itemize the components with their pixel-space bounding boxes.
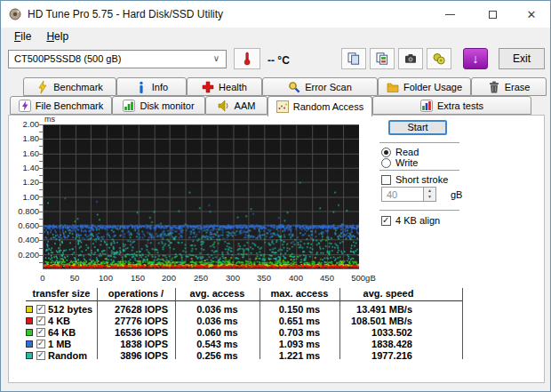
- cell-avg-speed: 1033.502: [339, 327, 412, 338]
- tab-aam[interactable]: AAM: [205, 96, 268, 115]
- minimize-icon: [445, 14, 455, 15]
- col-header-operations: operations /: [97, 288, 175, 299]
- tab-label: AAM: [235, 100, 256, 111]
- x-tick: 500gB: [343, 273, 384, 283]
- tab-extra-tests[interactable]: Extra tests: [372, 96, 531, 115]
- app-icon: [9, 8, 21, 20]
- minimize-button[interactable]: [435, 1, 465, 28]
- copy-icon: [347, 52, 360, 65]
- title-bar: HD Tune Pro 5.75 - Hard Disk/SSD Utility…: [1, 1, 550, 28]
- kb-align-checkbox[interactable]: 4 KB align: [381, 215, 440, 226]
- spinner-arrows[interactable]: ▲▼: [423, 188, 435, 201]
- row-label: 1 MB: [48, 339, 71, 349]
- short-stroke-checkbox[interactable]: Short stroke: [381, 174, 448, 185]
- cell-max-access: 1.093 ms: [260, 339, 339, 349]
- series-checkbox[interactable]: [36, 340, 45, 348]
- y-tick: 2.00: [9, 119, 39, 129]
- maximize-icon: [489, 11, 497, 19]
- copy-button[interactable]: [341, 48, 366, 69]
- y-tick: 0.200: [9, 250, 39, 260]
- start-button[interactable]: Start: [388, 120, 447, 135]
- short-stroke-unit: gB: [451, 189, 462, 200]
- tab-label: Info: [152, 82, 168, 92]
- tab-random-access[interactable]: Random Access: [268, 96, 372, 116]
- cell-max-access: 0.150 ms: [260, 304, 339, 315]
- close-button[interactable]: ✕: [516, 1, 547, 28]
- tab-folder-usage[interactable]: Folder Usage: [378, 77, 471, 96]
- series-checkbox[interactable]: [36, 305, 45, 314]
- x-tick: 350: [246, 273, 282, 283]
- window-title: HD Tune Pro 5.75 - Hard Disk/SSD Utility: [28, 8, 223, 20]
- tab-label: Disk monitor: [140, 100, 194, 111]
- app-window: HD Tune Pro 5.75 - Hard Disk/SSD Utility…: [0, 0, 551, 392]
- cell-operations: 1838 IOPS: [97, 339, 168, 349]
- tab-erase[interactable]: Erase: [471, 77, 547, 96]
- save-icon: [433, 52, 445, 65]
- tab-label: Random Access: [293, 101, 363, 112]
- y-axis-unit: ms: [44, 115, 55, 124]
- exit-button[interactable]: Exit: [499, 48, 545, 69]
- col-header-max-access: max. access: [260, 288, 339, 299]
- benchmark-icon: [36, 81, 49, 93]
- x-tick: 200: [151, 273, 187, 283]
- x-tick: 50: [57, 273, 92, 283]
- row-label: 512 bytes: [48, 304, 92, 315]
- cell-max-access: 1.221 ms: [260, 350, 339, 361]
- y-tick: 0.800: [9, 206, 39, 216]
- tab-label: Extra tests: [437, 100, 483, 111]
- chevron-down-icon: ∨: [213, 53, 220, 63]
- save-button[interactable]: [427, 48, 451, 69]
- menu-file[interactable]: File: [8, 28, 37, 45]
- tab-file-benchmark[interactable]: File Benchmark: [10, 96, 112, 115]
- read-radio[interactable]: Read: [381, 147, 419, 157]
- radio-icon: [381, 148, 391, 157]
- maximize-button[interactable]: [477, 1, 507, 28]
- tab-error-scan[interactable]: Error Scan: [262, 77, 378, 96]
- cell-avg-speed: 108.501 MB/s: [339, 316, 412, 326]
- download-button[interactable]: ↓: [463, 48, 488, 69]
- tab-label: Error Scan: [305, 82, 352, 92]
- tab-label: File Benchmark: [36, 100, 103, 111]
- tab-label: Benchmark: [53, 82, 103, 92]
- row-label: 64 KB: [48, 327, 76, 338]
- screenshot-button[interactable]: [398, 48, 423, 69]
- menu-help[interactable]: Help: [40, 28, 75, 45]
- copy-image-button[interactable]: [370, 48, 395, 69]
- x-tick: 250: [183, 273, 219, 283]
- header-underline: [26, 300, 462, 301]
- file-benchmark-icon: [19, 100, 31, 112]
- tab-info[interactable]: Info: [116, 77, 187, 96]
- drive-select[interactable]: CT500P5SSD8 (500 gB) ∨: [8, 50, 227, 68]
- separator: [379, 210, 459, 211]
- tab-health[interactable]: Health: [187, 77, 262, 96]
- cell-avg-access: 0.256 ms: [175, 350, 260, 361]
- extra-tests-icon: [420, 100, 433, 112]
- copy-image-icon: [376, 52, 388, 65]
- col-header-avg-access: avg. access: [175, 288, 260, 299]
- separator: [379, 170, 459, 171]
- info-icon: [135, 81, 148, 93]
- cell-operations: 16536 IOPS: [97, 327, 168, 338]
- download-icon: ↓: [473, 52, 479, 66]
- short-stroke-size-input[interactable]: 40 ▲▼: [381, 187, 436, 202]
- x-tick: 450: [309, 273, 345, 283]
- cell-operations: 27776 IOPS: [97, 316, 168, 326]
- random-access-icon: [276, 100, 289, 113]
- radio-icon: [381, 158, 391, 168]
- screenshot-icon: [404, 52, 417, 65]
- checkbox-icon: [381, 216, 391, 226]
- series-swatch: [26, 340, 33, 348]
- write-radio[interactable]: Write: [381, 157, 418, 168]
- tab-benchmark[interactable]: Benchmark: [23, 77, 116, 96]
- temperature-button[interactable]: [234, 48, 260, 69]
- spin-down-icon: ▼: [427, 194, 432, 199]
- col-header-avg-speed: avg. speed: [339, 288, 437, 299]
- series-swatch: [26, 329, 33, 336]
- checkbox-icon: [381, 175, 391, 185]
- series-checkbox[interactable]: [36, 316, 45, 325]
- x-tick: 300: [215, 273, 251, 283]
- series-checkbox[interactable]: [36, 351, 45, 360]
- series-checkbox[interactable]: [36, 328, 45, 337]
- tab-disk-monitor[interactable]: Disk monitor: [112, 96, 205, 115]
- drive-select-value: CT500P5SSD8 (500 gB): [14, 53, 121, 64]
